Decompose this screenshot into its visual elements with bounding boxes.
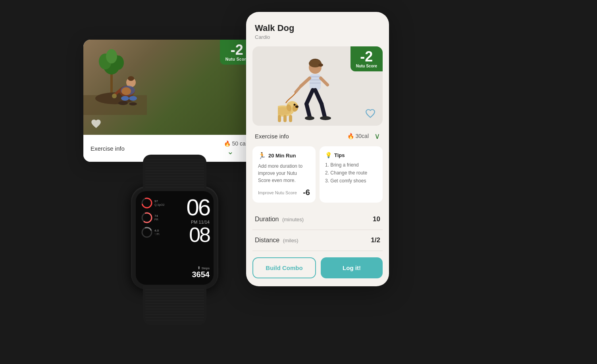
svg-line-28 xyxy=(306,90,313,104)
phone-calories: 🔥 30cal xyxy=(347,133,369,139)
svg-point-5 xyxy=(106,49,117,63)
improve-label: Improve Nutu Score xyxy=(258,190,297,195)
spo2-value: 97 xyxy=(154,199,164,203)
duration-label: Duration (minutes) xyxy=(255,216,304,223)
info-cards: 🏃 20 Min Run Add more duration to improv… xyxy=(252,146,383,203)
chevron-down-back[interactable]: ⌄ xyxy=(227,147,234,156)
svg-line-26 xyxy=(315,90,322,104)
tips-card-title: Tips xyxy=(334,152,345,158)
card-back-calories-row: 🔥 50cal ⌄ xyxy=(224,140,247,156)
svg-point-15 xyxy=(112,94,117,98)
exercise-info-label: Exercise info xyxy=(255,133,289,140)
nutu-score-back: -2 xyxy=(225,43,248,57)
nutu-score-front: -2 xyxy=(356,50,377,64)
scene: -2 Nutu Score Exercise info 🔥 50cal ⌄ xyxy=(0,0,597,364)
run-card-title: 20 Min Run xyxy=(268,153,296,159)
tip-2: 2. Change the route xyxy=(325,169,377,176)
svg-point-40 xyxy=(294,104,296,106)
duration-row: Duration (minutes) 10 xyxy=(252,209,383,230)
build-combo-button[interactable]: Build Combo xyxy=(252,257,316,278)
pi-value: 4.0 xyxy=(154,229,159,233)
smartwatch: 97 Q.SpO2 74 PR xyxy=(111,178,238,329)
tip-1: 1. Bring a friend xyxy=(325,161,377,169)
pr-value: 74 xyxy=(154,214,158,218)
distance-value: 1/2 xyxy=(371,236,380,244)
run-card: 🏃 20 Min Run Add more duration to improv… xyxy=(252,146,316,203)
svg-line-27 xyxy=(322,104,325,117)
duration-value: 10 xyxy=(373,215,380,223)
svg-rect-20 xyxy=(310,79,321,80)
svg-line-29 xyxy=(306,104,310,117)
exercise-info-right: 🔥 30cal ∨ xyxy=(347,131,380,141)
svg-line-33 xyxy=(296,86,301,92)
nutu-label-front: Nutu Score xyxy=(356,64,377,68)
watch-band-bottom xyxy=(143,285,206,325)
tip-3: 3. Get comfy shoes xyxy=(325,177,377,184)
svg-point-17 xyxy=(121,87,131,95)
svg-point-31 xyxy=(305,116,314,120)
svg-rect-21 xyxy=(310,82,321,84)
phone-card: Walk Dog Cardio xyxy=(246,12,389,286)
card-back: -2 Nutu Score Exercise info 🔥 50cal ⌄ xyxy=(83,40,254,162)
buttons-row: Build Combo Log it! xyxy=(252,257,383,278)
watch-outer: 97 Q.SpO2 74 PR xyxy=(131,186,218,289)
svg-point-12 xyxy=(129,96,137,101)
svg-rect-42 xyxy=(278,115,281,122)
run-icon: 🏃 xyxy=(258,152,266,159)
nutu-badge-front: -2 Nutu Score xyxy=(350,46,383,71)
run-card-body: Add more duration to improve your Nutu S… xyxy=(258,163,310,184)
flame-icon-back: 🔥 xyxy=(224,140,231,147)
steps-label: ⬆ Steps xyxy=(192,266,210,270)
watch-band-top xyxy=(143,155,206,192)
svg-point-14 xyxy=(129,102,137,105)
exercise-info-back: Exercise info xyxy=(91,145,125,152)
svg-point-9 xyxy=(128,76,134,81)
nutu-label-back: Nutu Score xyxy=(225,57,248,61)
heart-icon-front[interactable] xyxy=(365,108,376,120)
watch-screen: 97 Q.SpO2 74 PR xyxy=(136,191,214,285)
card-back-calories: 🔥 50cal xyxy=(224,140,247,147)
svg-point-39 xyxy=(295,105,298,108)
phone-header: Walk Dog Cardio xyxy=(246,12,389,46)
svg-point-25 xyxy=(318,63,323,67)
phone-subtitle: Cardio xyxy=(255,34,380,40)
tips-card: 💡 Tips 1. Bring a friend 2. Change the r… xyxy=(320,146,383,203)
svg-rect-44 xyxy=(289,115,292,122)
bulb-icon: 💡 xyxy=(325,152,332,158)
svg-rect-19 xyxy=(310,76,321,77)
svg-point-13 xyxy=(118,101,128,105)
svg-point-30 xyxy=(320,116,331,120)
chevron-down-front[interactable]: ∨ xyxy=(374,131,380,141)
log-it-button[interactable]: Log it! xyxy=(321,257,383,278)
watch-minute: 08 xyxy=(186,224,210,245)
tips-card-body: 1. Bring a friend 2. Change the route 3.… xyxy=(325,161,377,184)
run-card-footer: Improve Nutu Score -6 xyxy=(258,188,310,197)
distance-row: Distance (miles) 1/2 xyxy=(252,230,383,251)
card-back-image: -2 Nutu Score xyxy=(83,40,254,135)
exercise-info-row: Exercise info 🔥 30cal ∨ xyxy=(246,126,389,146)
heart-icon-back[interactable] xyxy=(91,118,102,129)
svg-line-32 xyxy=(301,78,310,86)
distance-label: Distance (miles) xyxy=(255,237,298,244)
tips-card-header: 💡 Tips xyxy=(325,152,377,158)
phone-title: Walk Dog xyxy=(255,23,380,33)
run-card-score: -6 xyxy=(303,188,310,197)
steps-value: 3654 xyxy=(192,270,210,279)
flame-icon-front: 🔥 xyxy=(347,133,354,139)
svg-rect-43 xyxy=(283,115,287,122)
watch-hour: 06 xyxy=(186,196,210,219)
run-card-header: 🏃 20 Min Run xyxy=(258,152,310,159)
walk-dog-image: -2 Nutu Score xyxy=(252,46,383,126)
svg-point-11 xyxy=(121,96,129,101)
svg-line-34 xyxy=(321,78,327,85)
